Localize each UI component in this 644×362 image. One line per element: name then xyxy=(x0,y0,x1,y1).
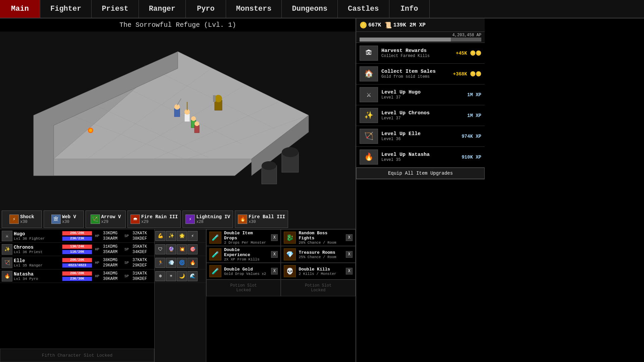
action-card-1[interactable]: 🏠 Collect Item Sales Gold from sold item… xyxy=(356,64,485,84)
char-row-1: ✨ Chronos Lvl 36 Priest 13K/24K 11K/26K … xyxy=(0,243,154,256)
buff-row-0: 💪✨🌟⚡ xyxy=(155,229,206,243)
buff-row-3: ❄☀🌙🌊 xyxy=(155,269,206,283)
action-title-2: Level Up Hugo xyxy=(381,89,464,95)
buff-icon-2-2[interactable]: 🌀 xyxy=(177,258,187,268)
nav-tab-pyro[interactable]: Pyro xyxy=(186,0,226,18)
char-name-2: Elle xyxy=(14,258,61,263)
spell-name-5: Fire Ball III xyxy=(249,214,285,220)
svg-point-19 xyxy=(89,129,92,132)
action-title-0: Harvest Rewards xyxy=(381,48,452,54)
dungeon-map: ☠ ☠ ☠ ☠ ☠ ☠ ☠ ☠ ☠ ☠ ☠ ☠ ☠ ☠ ☠ ☠ xyxy=(0,32,356,209)
boost-text-right-1: Treasure Rooms 25% Chance / Room xyxy=(299,250,343,259)
buff-icon-3-2[interactable]: 🌙 xyxy=(177,271,187,281)
buff-icon-2-3[interactable]: 🔥 xyxy=(187,258,198,268)
action-desc-4: Level 36 xyxy=(381,137,458,141)
boost-panel: 🧪 Double Item Drops 2 Drops Per Monster … xyxy=(206,229,356,362)
nav-tab-dungeons[interactable]: Dungeons xyxy=(282,0,338,18)
buff-icon-0-1[interactable]: ✨ xyxy=(166,231,176,241)
spell-item-5[interactable]: 🔥 Fire Ball III x30 xyxy=(235,210,288,228)
action-text-3: Level Up Chronos Level 37 xyxy=(381,110,464,121)
nav-tab-castles[interactable]: Castles xyxy=(338,0,389,18)
action-reward-0: +45K 🪙🪙 xyxy=(456,50,481,56)
nav-tab-monsters[interactable]: Monsters xyxy=(226,0,282,18)
svg-text:☠: ☠ xyxy=(164,132,167,136)
dungeon-scene: ☠ ☠ ☠ ☠ ☠ ☠ ☠ ☠ ☠ ☠ ☠ ☠ ☠ ☠ ☠ ☠ xyxy=(0,32,356,209)
hp-label-3: HP xyxy=(95,274,102,278)
spell-name-1: Web V xyxy=(62,214,76,220)
char-info-0: Hugo Lvl 36 Fighter xyxy=(14,231,61,241)
boost-left-0[interactable]: 🧪 Double Item Drops 2 Drops Per Monster … xyxy=(206,229,281,246)
spell-icon-0: ⚡ xyxy=(9,215,19,224)
boost-close-right-2[interactable]: X xyxy=(346,268,353,275)
buff-icon-0-2[interactable]: 🌟 xyxy=(177,231,187,241)
action-text-4: Level Up Elle Level 36 xyxy=(381,131,458,141)
gold-icon: 🪙 xyxy=(360,21,367,29)
top-navigation: MainFighterPriestRangerPyroMonstersDunge… xyxy=(0,0,644,18)
ap-value: 4,203,458 AP xyxy=(452,33,481,38)
svg-text:☠: ☠ xyxy=(184,144,187,148)
atk-val-2: 37KATK xyxy=(132,258,153,262)
buff-icon-1-0[interactable]: 🛡 xyxy=(155,244,165,254)
boost-close-left-1[interactable]: X xyxy=(271,251,278,258)
action-card-5[interactable]: 🔥 Level Up Natasha Level 35 910K XP xyxy=(356,147,485,168)
boost-left-2[interactable]: 🧪 Double Gold Gold Drop Values x2 X xyxy=(206,263,281,280)
buff-icon-3-1[interactable]: ☀ xyxy=(166,271,176,281)
bottom-section: ⚔ Hugo Lvl 36 Fighter 26K/26K 23K/23K HP… xyxy=(0,229,356,362)
boost-right-0[interactable]: 🐉 Random Boss Fights 20% Chance / Room X xyxy=(281,229,356,246)
buff-icon-3-3[interactable]: 🌊 xyxy=(187,271,198,281)
ap-bar-fill xyxy=(360,38,451,42)
boost-left-1[interactable]: 🧪 Double Experience 2X XP From Kills X xyxy=(206,246,281,263)
spell-item-1[interactable]: 🕸 Web V x30 xyxy=(44,210,84,228)
buff-icon-1-1[interactable]: 🔮 xyxy=(166,244,176,254)
boost-close-left-0[interactable]: X xyxy=(271,234,278,241)
nav-tab-main[interactable]: Main xyxy=(0,0,40,18)
nav-tab-priest[interactable]: Priest xyxy=(92,0,139,18)
char-info-3: Natasha Lvl 34 Pyro xyxy=(14,272,61,281)
spell-count-2: x29 xyxy=(101,220,121,224)
buff-icon-2-0[interactable]: 🏃 xyxy=(155,258,165,268)
spell-icon-1: 🕸 xyxy=(51,215,61,224)
char-avatar-3: 🔥 xyxy=(2,271,12,282)
boost-locked-right-3: Potion SlotLocked xyxy=(284,283,353,293)
dmg-val-1: 31KDMG xyxy=(103,244,123,249)
spell-item-2[interactable]: 🏹 Arrow V x29 xyxy=(86,210,126,228)
action-text-1: Collect Item Sales Gold from sold items xyxy=(381,69,450,79)
spell-item-3[interactable]: 🌧 Fire Rain III x29 xyxy=(127,210,181,228)
char-row-3: 🔥 Natasha Lvl 34 Pyro 20K/20K 23K/30K HP… xyxy=(0,269,154,283)
char-row-0: ⚔ Hugo Lvl 36 Fighter 26K/26K 23K/23K HP… xyxy=(0,229,154,243)
spell-item-0[interactable]: ⚡ Shock x30 xyxy=(2,210,42,228)
action-card-4[interactable]: 🏹 Level Up Elle Level 36 974K XP xyxy=(356,126,485,147)
boost-close-right-1[interactable]: X xyxy=(346,251,353,258)
buff-icon-0-3[interactable]: ⚡ xyxy=(187,231,198,241)
char-avatar-1: ✨ xyxy=(2,244,12,255)
equip-all-button[interactable]: Equip All Item Upgrades xyxy=(356,168,485,179)
sp-label-2: SP xyxy=(124,261,131,265)
action-desc-2: Level 37 xyxy=(381,95,464,100)
nav-tab-ranger[interactable]: Ranger xyxy=(139,0,186,18)
buff-icon-3-0[interactable]: ❄ xyxy=(155,271,165,281)
spell-name-4: Lightning IV xyxy=(196,214,230,220)
arm-val-2: 29KARM xyxy=(103,263,123,268)
boost-right-1[interactable]: 💎 Treasure Rooms 25% Chance / Room X xyxy=(281,246,356,263)
buff-area: 💪✨🌟⚡🛡🔮💥🎯🏃💨🌀🔥❄☀🌙🌊 xyxy=(154,229,206,362)
spell-name-2: Arrow V xyxy=(101,214,121,220)
buff-icon-1-3[interactable]: 🎯 xyxy=(187,244,198,254)
action-reward-5: 910K XP xyxy=(462,155,481,160)
buff-icon-2-1[interactable]: 💨 xyxy=(166,258,176,268)
action-card-2[interactable]: ⚔ Level Up Hugo Level 37 1M XP xyxy=(356,84,485,105)
boost-close-right-0[interactable]: X xyxy=(346,234,353,241)
boost-close-left-2[interactable]: X xyxy=(271,268,278,275)
atk-val-1: 35KATK xyxy=(132,244,153,249)
char-avatar-2: 🏹 xyxy=(2,257,12,268)
sp-bar-2: 4823/4823 xyxy=(62,263,92,268)
nav-tab-fighter[interactable]: Fighter xyxy=(40,0,92,18)
boost-right-2[interactable]: 💀 Double Kills 2 Kills / Monster X xyxy=(281,263,356,280)
nav-tab-info[interactable]: Info xyxy=(389,0,430,18)
action-card-0[interactable]: 🏚 Harvest Rewards Collect Farmed Kills +… xyxy=(356,43,485,64)
action-card-3[interactable]: ✨ Level Up Chronos Level 37 1M XP xyxy=(356,105,485,126)
svg-text:☠: ☠ xyxy=(171,149,174,154)
buff-icon-0-0[interactable]: 💪 xyxy=(155,231,165,241)
action-desc-5: Level 35 xyxy=(381,158,458,162)
buff-icon-1-2[interactable]: 💥 xyxy=(177,244,187,254)
spell-item-4[interactable]: ⚡ Lightning IV x28 xyxy=(182,210,233,228)
